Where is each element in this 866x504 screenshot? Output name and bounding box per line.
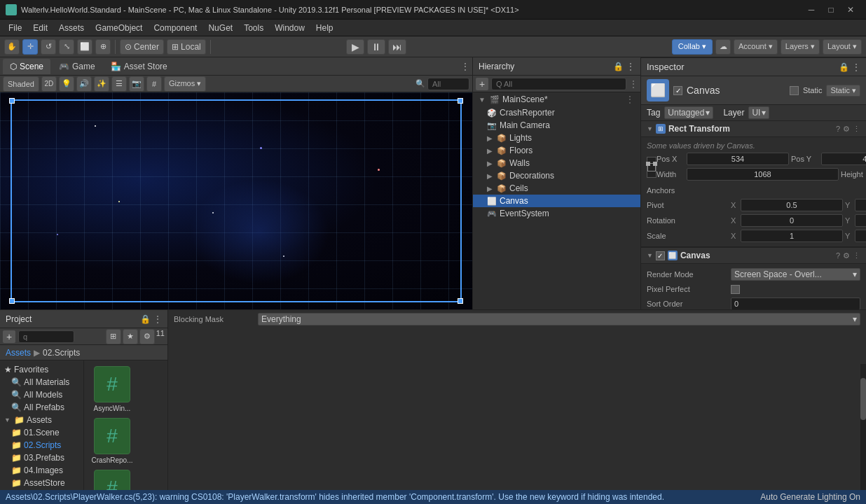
tab-more-icon[interactable]: ⋮ xyxy=(461,62,469,71)
pos-x-input[interactable] xyxy=(687,153,789,165)
pause-button[interactable]: ⏸ xyxy=(367,39,385,55)
hierarchy-item-floors[interactable]: ▶ 📦 Floors xyxy=(473,144,640,157)
scale-x-input[interactable] xyxy=(741,230,843,242)
tab-asset-store[interactable]: 🏪 Asset Store xyxy=(104,59,174,74)
hierarchy-item-maincamera[interactable]: 📷 Main Camera xyxy=(473,119,640,132)
tree-item-all-models[interactable]: 🔍 All Models xyxy=(0,388,83,401)
canvas-settings-icon[interactable]: ⚙ xyxy=(843,251,850,260)
hierarchy-item-ceils[interactable]: ▶ 📦 Ceils xyxy=(473,182,640,195)
blocking-mask-dropdown[interactable]: Everything ▾ xyxy=(258,313,860,326)
tree-item-02scripts[interactable]: 📁 02.Scripts xyxy=(0,439,83,451)
canvas-more-icon[interactable]: ⋮ xyxy=(853,251,860,260)
rot-y-input[interactable] xyxy=(855,214,866,227)
file-item-asyncwin[interactable]: # AsyncWin... xyxy=(87,363,137,415)
layout-dropdown[interactable]: Layout ▾ xyxy=(823,39,862,55)
inspector-lock-icon[interactable]: 🔒 xyxy=(839,62,849,72)
canvas-help-icon[interactable]: ? xyxy=(836,251,840,260)
minimize-button[interactable]: ─ xyxy=(802,0,821,20)
tool-hand[interactable]: ✋ xyxy=(4,39,20,55)
close-button[interactable]: ✕ xyxy=(841,0,860,20)
sort-order-input[interactable] xyxy=(731,298,860,309)
maximize-button[interactable]: □ xyxy=(821,0,841,20)
scene-scene-btn[interactable]: ☰ xyxy=(111,76,127,92)
tab-game[interactable]: 🎮 Game xyxy=(52,59,102,74)
scene-audio-btn[interactable]: 🔊 xyxy=(76,76,92,92)
tool-scale[interactable]: ⤡ xyxy=(59,39,74,55)
scene-light-btn[interactable]: 💡 xyxy=(59,76,74,92)
hierarchy-search-input[interactable] xyxy=(491,78,626,90)
layer-dropdown[interactable]: UI ▾ xyxy=(748,106,769,119)
canvas-static-checkbox[interactable] xyxy=(790,86,799,95)
tree-item-01scene[interactable]: 📁 01.Scene xyxy=(0,426,83,439)
pivot-dropdown[interactable]: ⊙ Center xyxy=(120,39,164,55)
pos-y-input[interactable] xyxy=(821,153,866,165)
menu-window[interactable]: Window xyxy=(269,22,310,34)
pivot-x-input[interactable] xyxy=(741,199,843,211)
rect-transform-settings-icon[interactable]: ⚙ xyxy=(843,125,850,134)
cloud-button[interactable]: ☁ xyxy=(715,39,731,55)
project-options-btn[interactable]: ⚙ xyxy=(139,329,155,344)
shading-dropdown[interactable]: Shaded xyxy=(3,76,39,92)
hierarchy-item-mainscene[interactable]: ▼ 🎬 MainScene* ⋮ xyxy=(473,92,640,106)
space-dropdown[interactable]: ⊞ Local xyxy=(167,39,206,55)
hierarchy-item-lights[interactable]: ▶ 📦 Lights xyxy=(473,132,640,144)
project-more-icon[interactable]: ⋮ xyxy=(153,314,162,324)
tab-scene[interactable]: ⬡ Scene xyxy=(3,59,50,74)
width-input[interactable] xyxy=(687,168,839,181)
rect-transform-more-icon[interactable]: ⋮ xyxy=(853,125,860,134)
menu-assets[interactable]: Assets xyxy=(53,22,90,34)
hierarchy-item-eventsystem[interactable]: 🎮 EventSystem xyxy=(473,207,640,220)
tree-item-all-materials[interactable]: 🔍 All Materials xyxy=(0,376,83,388)
hierarchy-more-icon[interactable]: ⋮ xyxy=(626,62,635,71)
project-search-input[interactable] xyxy=(18,330,74,343)
canvas-section-checkbox[interactable] xyxy=(656,251,665,260)
project-star-btn[interactable]: ★ xyxy=(123,329,138,344)
menu-edit[interactable]: Edit xyxy=(27,22,53,34)
2d-toggle[interactable]: 2D xyxy=(41,76,57,92)
tool-move[interactable]: ✛ xyxy=(22,39,38,55)
menu-tools[interactable]: Tools xyxy=(238,22,269,34)
canvas-section-header[interactable]: ▼ ⬜ Canvas ? ⚙ ⋮ xyxy=(641,248,866,264)
tree-item-04images[interactable]: 📁 04.Images xyxy=(0,464,83,477)
breadcrumb-scripts[interactable]: 02.Scripts xyxy=(43,348,80,358)
rect-transform-header[interactable]: ▼ ⊞ Rect Transform ? ⚙ ⋮ xyxy=(641,121,866,137)
inspector-more-icon[interactable]: ⋮ xyxy=(852,62,860,72)
scene-camera-btn[interactable]: 📷 xyxy=(129,76,144,92)
hierarchy-item-walls[interactable]: ▶ 📦 Walls xyxy=(473,157,640,169)
menu-component[interactable]: Component xyxy=(148,22,202,34)
account-dropdown[interactable]: Account ▾ xyxy=(734,39,778,55)
project-lock-icon[interactable]: 🔒 xyxy=(140,314,151,324)
tree-item-03prefabs[interactable]: 📁 03.Prefabs xyxy=(0,451,83,464)
breadcrumb-assets[interactable]: Assets xyxy=(6,348,31,358)
hierarchy-search-more-icon[interactable]: ⋮ xyxy=(629,79,638,89)
rect-transform-help-icon[interactable]: ? xyxy=(836,125,840,133)
play-button[interactable]: ▶ xyxy=(346,39,364,55)
static-dropdown-btn[interactable]: Static ▾ xyxy=(826,85,860,97)
pivot-y-input[interactable] xyxy=(855,199,866,211)
tag-dropdown[interactable]: Untagged ▾ xyxy=(664,106,713,119)
scale-y-input[interactable] xyxy=(855,230,866,242)
pixel-perfect-checkbox[interactable] xyxy=(731,285,740,294)
scene-canvas[interactable] xyxy=(0,92,472,309)
rot-x-input[interactable] xyxy=(741,214,843,227)
project-layout-btn[interactable]: ⊞ xyxy=(106,329,121,344)
step-button[interactable]: ⏭ xyxy=(388,39,406,55)
menu-file[interactable]: File xyxy=(3,22,27,34)
tree-item-assetstore[interactable]: 📁 AssetStore xyxy=(0,477,83,489)
canvas-enabled-checkbox[interactable] xyxy=(673,86,682,95)
gizmos-dropdown[interactable]: Gizmos ▾ xyxy=(164,76,206,92)
hierarchy-add-button[interactable]: + xyxy=(476,78,488,90)
hierarchy-item-crashreporter[interactable]: 🎲 CrashReporter xyxy=(473,106,640,119)
render-mode-dropdown[interactable]: Screen Space - Overl... ▾ xyxy=(731,268,860,281)
hierarchy-item-dots[interactable]: ⋮ xyxy=(625,94,635,105)
scene-grid-btn[interactable]: # xyxy=(146,76,162,92)
menu-gameobject[interactable]: GameObject xyxy=(90,22,148,34)
scene-effects-btn[interactable]: ✨ xyxy=(94,76,109,92)
hierarchy-item-decorations[interactable]: ▶ 📦 Decorations xyxy=(473,169,640,182)
scene-search-input[interactable] xyxy=(427,78,469,90)
hierarchy-lock-icon[interactable]: 🔒 xyxy=(613,62,624,71)
tree-item-favorites[interactable]: ★ Favorites xyxy=(0,363,83,376)
tool-transform[interactable]: ⊕ xyxy=(95,39,111,55)
tree-item-all-prefabs[interactable]: 🔍 All Prefabs xyxy=(0,401,83,414)
layers-dropdown[interactable]: Layers ▾ xyxy=(781,39,820,55)
